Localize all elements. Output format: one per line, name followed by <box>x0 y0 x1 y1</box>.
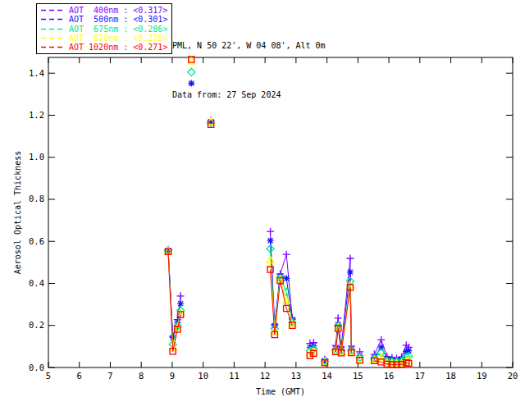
data-point-marker <box>377 336 385 344</box>
legend-line-swatch <box>41 36 66 40</box>
y-tick-label: 0.0 <box>29 363 44 372</box>
x-tick-label: 20 <box>508 371 518 381</box>
y-tick-label: 1.2 <box>29 110 44 120</box>
x-axis-label: Time (GMT) <box>48 387 513 396</box>
y-tick-label: 1.0 <box>29 152 44 162</box>
station-line: PML, N 50 22', W 04 08', Alt 0m <box>172 38 326 54</box>
legend-label: AOT 1020nm : <0.271> <box>69 43 167 52</box>
data-point-marker <box>177 292 185 299</box>
data-point-marker <box>267 228 274 235</box>
x-tick-label: 19 <box>477 371 487 381</box>
x-tick-label: 17 <box>414 371 425 381</box>
data-point-marker <box>346 254 354 262</box>
legend-line-swatch <box>41 45 66 49</box>
data-point-marker <box>347 269 354 276</box>
x-tick-label: 15 <box>353 371 363 381</box>
legend-row-500nm: AOT 500nm : <0.301> <box>41 15 167 24</box>
aot-plot-page: 5678910111213141516171819200.00.20.40.60… <box>0 0 525 420</box>
data-point-marker <box>283 251 290 258</box>
y-tick-label: 0.8 <box>29 194 44 203</box>
legend-line-swatch <box>41 17 66 21</box>
x-tick-label: 7 <box>107 371 112 381</box>
x-tick-label: 9 <box>170 371 175 381</box>
legend-row-870nm: AOT 870nm : <0.278> <box>41 34 167 43</box>
legend-row-675nm: AOT 675nm : <0.286> <box>41 25 167 34</box>
y-tick-label: 0.6 <box>29 236 44 246</box>
legend-line-swatch <box>41 8 66 12</box>
x-tick-label: 16 <box>384 371 395 381</box>
legend-label: AOT 675nm : <0.286> <box>69 25 167 34</box>
y-axis-label: Aerosol Optical Thickness <box>13 121 23 304</box>
x-tick-label: 12 <box>260 371 271 381</box>
legend-label: AOT 500nm : <0.301> <box>69 15 167 24</box>
plot-title: PML, N 50 22', W 04 08', Alt 0m Data fro… <box>172 5 326 136</box>
legend-label: AOT 400nm : <0.317> <box>69 6 167 15</box>
x-tick-label: 11 <box>229 371 240 381</box>
data-point-marker <box>335 314 342 322</box>
legend: AOT 400nm : <0.317>AOT 500nm : <0.301>AO… <box>36 3 172 54</box>
x-tick-label: 6 <box>77 371 82 381</box>
legend-label: AOT 870nm : <0.278> <box>69 34 167 43</box>
date-line: Data from: 27 Sep 2024 <box>172 87 326 103</box>
y-tick-label: 1.4 <box>29 68 44 78</box>
y-tick-label: 0.2 <box>29 320 44 330</box>
x-tick-label: 14 <box>322 371 332 381</box>
legend-line-swatch <box>41 27 66 31</box>
x-tick-label: 10 <box>198 371 208 381</box>
legend-row-1020nm: AOT 1020nm : <0.271> <box>41 43 167 52</box>
x-tick-label: 18 <box>445 371 456 381</box>
x-tick-label: 13 <box>291 371 302 381</box>
data-point-marker <box>267 237 274 244</box>
legend-row-400nm: AOT 400nm : <0.317> <box>41 6 167 15</box>
y-tick-label: 0.4 <box>29 278 44 288</box>
x-tick-label: 8 <box>139 371 144 381</box>
x-tick-label: 5 <box>46 371 51 381</box>
